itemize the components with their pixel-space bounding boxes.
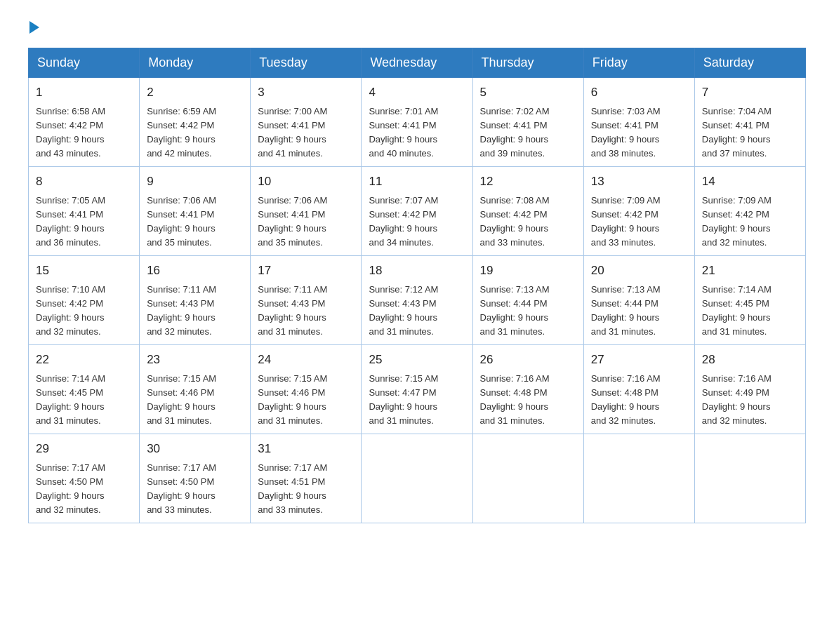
calendar-day-cell: 6Sunrise: 7:03 AMSunset: 4:41 PMDaylight… [583, 78, 694, 167]
calendar-day-cell: 14Sunrise: 7:09 AMSunset: 4:42 PMDayligh… [694, 167, 805, 256]
day-number: 23 [147, 351, 243, 369]
calendar-day-cell: 8Sunrise: 7:05 AMSunset: 4:41 PMDaylight… [29, 167, 140, 256]
calendar-day-cell [362, 434, 472, 523]
day-number: 20 [591, 262, 687, 280]
calendar-header-row: SundayMondayTuesdayWednesdayThursdayFrid… [29, 48, 806, 78]
day-number: 25 [369, 351, 465, 369]
calendar-day-cell: 20Sunrise: 7:13 AMSunset: 4:44 PMDayligh… [583, 256, 694, 345]
day-number: 12 [480, 173, 576, 191]
calendar-day-cell: 15Sunrise: 7:10 AMSunset: 4:42 PMDayligh… [29, 256, 140, 345]
day-number: 18 [369, 262, 465, 280]
day-info: Sunrise: 7:04 AMSunset: 4:41 PMDaylight:… [702, 106, 772, 159]
day-number: 29 [36, 440, 132, 458]
calendar-day-cell: 3Sunrise: 7:00 AMSunset: 4:41 PMDaylight… [251, 78, 362, 167]
day-info: Sunrise: 7:09 AMSunset: 4:42 PMDaylight:… [591, 195, 661, 248]
day-number: 21 [702, 262, 798, 280]
day-info: Sunrise: 6:59 AMSunset: 4:42 PMDaylight:… [147, 106, 216, 159]
calendar-day-cell: 9Sunrise: 7:06 AMSunset: 4:41 PMDaylight… [140, 167, 251, 256]
day-info: Sunrise: 7:10 AMSunset: 4:42 PMDaylight:… [36, 284, 105, 337]
day-of-week-header: Friday [583, 48, 694, 78]
calendar-day-cell: 26Sunrise: 7:16 AMSunset: 4:48 PMDayligh… [472, 345, 583, 434]
day-number: 16 [147, 262, 243, 280]
day-info: Sunrise: 7:11 AMSunset: 4:43 PMDaylight:… [147, 284, 216, 337]
day-info: Sunrise: 7:13 AMSunset: 4:44 PMDaylight:… [480, 284, 550, 337]
day-of-week-header: Thursday [472, 48, 583, 78]
day-info: Sunrise: 7:16 AMSunset: 4:48 PMDaylight:… [480, 373, 550, 426]
calendar-day-cell: 17Sunrise: 7:11 AMSunset: 4:43 PMDayligh… [251, 256, 362, 345]
day-number: 11 [369, 173, 465, 191]
calendar-week-row: 8Sunrise: 7:05 AMSunset: 4:41 PMDaylight… [29, 167, 806, 256]
calendar-day-cell: 24Sunrise: 7:15 AMSunset: 4:46 PMDayligh… [251, 345, 362, 434]
day-number: 8 [36, 173, 132, 191]
day-info: Sunrise: 7:06 AMSunset: 4:41 PMDaylight:… [147, 195, 216, 248]
calendar-day-cell: 11Sunrise: 7:07 AMSunset: 4:42 PMDayligh… [362, 167, 472, 256]
day-number: 31 [258, 440, 354, 458]
day-info: Sunrise: 7:17 AMSunset: 4:50 PMDaylight:… [36, 462, 105, 515]
day-info: Sunrise: 7:05 AMSunset: 4:41 PMDaylight:… [36, 195, 105, 248]
calendar-day-cell: 12Sunrise: 7:08 AMSunset: 4:42 PMDayligh… [472, 167, 583, 256]
calendar-day-cell: 19Sunrise: 7:13 AMSunset: 4:44 PMDayligh… [472, 256, 583, 345]
day-of-week-header: Saturday [694, 48, 805, 78]
day-number: 14 [702, 173, 798, 191]
calendar-day-cell: 2Sunrise: 6:59 AMSunset: 4:42 PMDaylight… [140, 78, 251, 167]
calendar-week-row: 22Sunrise: 7:14 AMSunset: 4:45 PMDayligh… [29, 345, 806, 434]
day-info: Sunrise: 7:01 AMSunset: 4:41 PMDaylight:… [369, 106, 438, 159]
day-info: Sunrise: 7:06 AMSunset: 4:41 PMDaylight:… [258, 195, 327, 248]
day-number: 1 [36, 83, 132, 102]
calendar-week-row: 29Sunrise: 7:17 AMSunset: 4:50 PMDayligh… [29, 434, 806, 523]
day-number: 27 [591, 351, 687, 369]
day-number: 2 [147, 83, 243, 102]
day-info: Sunrise: 7:17 AMSunset: 4:50 PMDaylight:… [147, 462, 216, 515]
calendar-day-cell: 31Sunrise: 7:17 AMSunset: 4:51 PMDayligh… [251, 434, 362, 523]
calendar-day-cell: 22Sunrise: 7:14 AMSunset: 4:45 PMDayligh… [29, 345, 140, 434]
calendar-day-cell: 5Sunrise: 7:02 AMSunset: 4:41 PMDaylight… [472, 78, 583, 167]
calendar-day-cell [472, 434, 583, 523]
day-number: 13 [591, 173, 687, 191]
day-info: Sunrise: 7:02 AMSunset: 4:41 PMDaylight:… [480, 106, 550, 159]
logo-arrow-icon [29, 21, 39, 34]
calendar-day-cell: 10Sunrise: 7:06 AMSunset: 4:41 PMDayligh… [251, 167, 362, 256]
calendar-day-cell: 23Sunrise: 7:15 AMSunset: 4:46 PMDayligh… [140, 345, 251, 434]
calendar-day-cell: 16Sunrise: 7:11 AMSunset: 4:43 PMDayligh… [140, 256, 251, 345]
day-info: Sunrise: 7:07 AMSunset: 4:42 PMDaylight:… [369, 195, 438, 248]
day-info: Sunrise: 7:00 AMSunset: 4:41 PMDaylight:… [258, 106, 327, 159]
calendar-week-row: 15Sunrise: 7:10 AMSunset: 4:42 PMDayligh… [29, 256, 806, 345]
day-of-week-header: Tuesday [251, 48, 362, 78]
day-info: Sunrise: 7:16 AMSunset: 4:48 PMDaylight:… [591, 373, 661, 426]
calendar-table: SundayMondayTuesdayWednesdayThursdayFrid… [28, 48, 806, 523]
day-of-week-header: Wednesday [362, 48, 472, 78]
day-info: Sunrise: 7:15 AMSunset: 4:46 PMDaylight:… [258, 373, 327, 426]
calendar-day-cell [583, 434, 694, 523]
logo [28, 21, 41, 34]
day-number: 4 [369, 83, 465, 102]
day-number: 6 [591, 83, 687, 102]
calendar-day-cell: 21Sunrise: 7:14 AMSunset: 4:45 PMDayligh… [694, 256, 805, 345]
day-number: 17 [258, 262, 354, 280]
calendar-day-cell: 18Sunrise: 7:12 AMSunset: 4:43 PMDayligh… [362, 256, 472, 345]
day-number: 10 [258, 173, 354, 191]
day-info: Sunrise: 7:11 AMSunset: 4:43 PMDaylight:… [258, 284, 327, 337]
calendar-day-cell: 29Sunrise: 7:17 AMSunset: 4:50 PMDayligh… [29, 434, 140, 523]
day-info: Sunrise: 7:15 AMSunset: 4:46 PMDaylight:… [147, 373, 216, 426]
day-info: Sunrise: 7:16 AMSunset: 4:49 PMDaylight:… [702, 373, 772, 426]
day-info: Sunrise: 7:09 AMSunset: 4:42 PMDaylight:… [702, 195, 772, 248]
calendar-day-cell: 13Sunrise: 7:09 AMSunset: 4:42 PMDayligh… [583, 167, 694, 256]
day-info: Sunrise: 7:15 AMSunset: 4:47 PMDaylight:… [369, 373, 438, 426]
day-number: 26 [480, 351, 576, 369]
day-info: Sunrise: 6:58 AMSunset: 4:42 PMDaylight:… [36, 106, 105, 159]
day-info: Sunrise: 7:12 AMSunset: 4:43 PMDaylight:… [369, 284, 438, 337]
day-info: Sunrise: 7:08 AMSunset: 4:42 PMDaylight:… [480, 195, 550, 248]
calendar-day-cell [694, 434, 805, 523]
calendar-day-cell: 27Sunrise: 7:16 AMSunset: 4:48 PMDayligh… [583, 345, 694, 434]
day-number: 22 [36, 351, 132, 369]
day-number: 7 [702, 83, 798, 102]
day-number: 15 [36, 262, 132, 280]
calendar-day-cell: 7Sunrise: 7:04 AMSunset: 4:41 PMDaylight… [694, 78, 805, 167]
day-number: 19 [480, 262, 576, 280]
day-number: 24 [258, 351, 354, 369]
day-number: 30 [147, 440, 243, 458]
calendar-day-cell: 1Sunrise: 6:58 AMSunset: 4:42 PMDaylight… [29, 78, 140, 167]
day-info: Sunrise: 7:14 AMSunset: 4:45 PMDaylight:… [36, 373, 105, 426]
day-info: Sunrise: 7:13 AMSunset: 4:44 PMDaylight:… [591, 284, 661, 337]
day-number: 9 [147, 173, 243, 191]
